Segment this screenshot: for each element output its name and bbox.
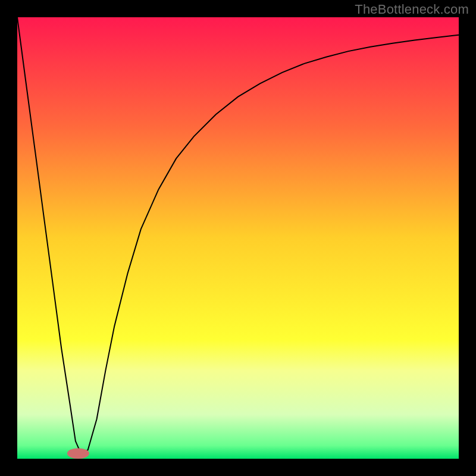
- optimal-point-marker: [67, 448, 89, 459]
- chart-frame: [0, 0, 476, 476]
- gradient-background: [17, 17, 459, 459]
- plot-area: [17, 17, 459, 459]
- watermark-text: TheBottleneck.com: [355, 2, 469, 17]
- bottleneck-chart: [17, 17, 459, 459]
